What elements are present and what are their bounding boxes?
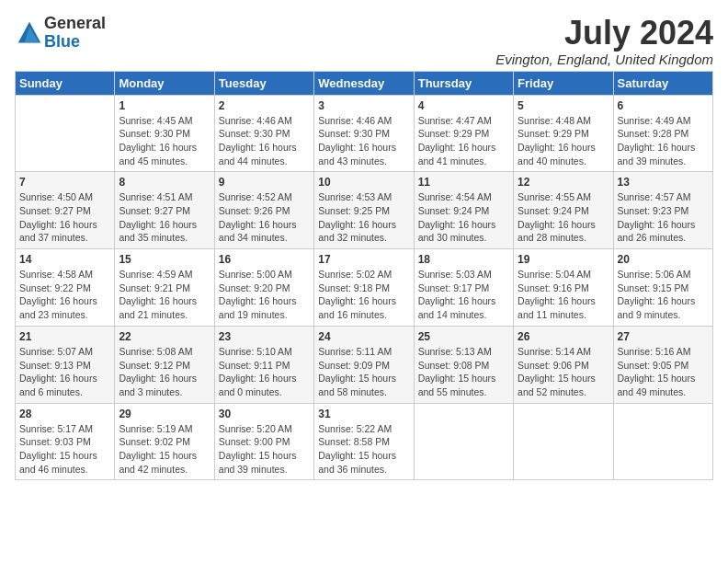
day-info: Sunrise: 4:54 AMSunset: 9:24 PMDaylight:…	[418, 190, 509, 245]
day-number: 1	[119, 99, 210, 112]
day-info: Sunrise: 5:16 AMSunset: 9:05 PMDaylight:…	[618, 345, 709, 399]
logo-general: General	[44, 15, 106, 33]
day-info: Sunrise: 5:17 AMSunset: 9:03 PMDaylight:…	[19, 422, 110, 477]
day-number: 3	[318, 99, 409, 112]
calendar-cell: 18Sunrise: 5:03 AMSunset: 9:17 PMDayligh…	[414, 249, 513, 327]
calendar-cell: 31Sunrise: 5:22 AMSunset: 8:58 PMDayligh…	[314, 403, 414, 480]
day-number: 28	[19, 408, 110, 420]
day-header-saturday: Saturday	[613, 71, 712, 95]
day-info: Sunrise: 5:13 AMSunset: 9:08 PMDaylight:…	[418, 345, 509, 399]
calendar-cell: 9Sunrise: 4:52 AMSunset: 9:26 PMDaylight…	[214, 172, 313, 249]
calendar-cell: 14Sunrise: 4:58 AMSunset: 9:22 PMDayligh…	[16, 249, 115, 327]
calendar-week-2: 7Sunrise: 4:50 AMSunset: 9:27 PMDaylight…	[16, 172, 713, 249]
day-number: 4	[418, 99, 509, 112]
calendar-cell: 16Sunrise: 5:00 AMSunset: 9:20 PMDayligh…	[214, 249, 313, 327]
calendar-cell: 17Sunrise: 5:02 AMSunset: 9:18 PMDayligh…	[314, 249, 414, 327]
day-number: 24	[318, 330, 409, 343]
calendar-body: 1Sunrise: 4:45 AMSunset: 9:30 PMDaylight…	[16, 95, 713, 480]
calendar-cell: 2Sunrise: 4:46 AMSunset: 9:30 PMDaylight…	[214, 95, 313, 172]
day-number: 27	[618, 330, 709, 343]
day-number: 22	[119, 330, 210, 343]
day-number: 20	[618, 253, 709, 266]
calendar-cell: 6Sunrise: 4:49 AMSunset: 9:28 PMDaylight…	[613, 95, 712, 172]
day-info: Sunrise: 5:20 AMSunset: 9:00 PMDaylight:…	[219, 422, 310, 477]
day-header-wednesday: Wednesday	[314, 71, 414, 95]
day-info: Sunrise: 4:46 AMSunset: 9:30 PMDaylight:…	[219, 114, 310, 168]
day-info: Sunrise: 5:19 AMSunset: 9:02 PMDaylight:…	[119, 422, 210, 477]
day-info: Sunrise: 5:08 AMSunset: 9:12 PMDaylight:…	[119, 345, 210, 399]
calendar-cell: 20Sunrise: 5:06 AMSunset: 9:15 PMDayligh…	[613, 249, 712, 327]
day-info: Sunrise: 4:58 AMSunset: 9:22 PMDaylight:…	[19, 268, 110, 322]
day-number: 26	[518, 330, 609, 343]
day-info: Sunrise: 4:52 AMSunset: 9:26 PMDaylight:…	[219, 190, 310, 245]
calendar-cell: 19Sunrise: 5:04 AMSunset: 9:16 PMDayligh…	[514, 249, 613, 327]
day-info: Sunrise: 5:03 AMSunset: 9:17 PMDaylight:…	[418, 268, 509, 322]
day-info: Sunrise: 4:50 AMSunset: 9:27 PMDaylight:…	[19, 190, 110, 245]
logo-icon	[17, 20, 42, 46]
day-info: Sunrise: 5:04 AMSunset: 9:16 PMDaylight:…	[518, 268, 609, 322]
day-info: Sunrise: 5:11 AMSunset: 9:09 PMDaylight:…	[318, 345, 409, 399]
calendar-cell: 26Sunrise: 5:14 AMSunset: 9:06 PMDayligh…	[514, 326, 613, 403]
day-number: 16	[219, 253, 310, 266]
calendar-cell: 4Sunrise: 4:47 AMSunset: 9:29 PMDaylight…	[414, 95, 513, 172]
calendar-cell: 28Sunrise: 5:17 AMSunset: 9:03 PMDayligh…	[16, 403, 115, 480]
day-info: Sunrise: 4:55 AMSunset: 9:24 PMDaylight:…	[518, 190, 609, 245]
calendar-week-5: 28Sunrise: 5:17 AMSunset: 9:03 PMDayligh…	[16, 403, 713, 480]
day-info: Sunrise: 5:02 AMSunset: 9:18 PMDaylight:…	[318, 268, 409, 322]
day-info: Sunrise: 4:49 AMSunset: 9:28 PMDaylight:…	[618, 114, 709, 168]
calendar-cell: 24Sunrise: 5:11 AMSunset: 9:09 PMDayligh…	[314, 326, 414, 403]
calendar-cell: 11Sunrise: 4:54 AMSunset: 9:24 PMDayligh…	[414, 172, 513, 249]
day-info: Sunrise: 5:14 AMSunset: 9:06 PMDaylight:…	[518, 345, 609, 399]
day-number: 5	[518, 99, 609, 112]
day-number: 12	[518, 176, 609, 189]
day-number: 13	[618, 176, 709, 189]
calendar-cell: 15Sunrise: 4:59 AMSunset: 9:21 PMDayligh…	[115, 249, 214, 327]
day-number: 31	[318, 408, 409, 420]
calendar-week-1: 1Sunrise: 4:45 AMSunset: 9:30 PMDaylight…	[16, 95, 713, 172]
day-info: Sunrise: 4:59 AMSunset: 9:21 PMDaylight:…	[119, 268, 210, 322]
calendar-cell: 3Sunrise: 4:46 AMSunset: 9:30 PMDaylight…	[314, 95, 414, 172]
day-info: Sunrise: 5:06 AMSunset: 9:15 PMDaylight:…	[618, 268, 709, 322]
calendar-cell: 13Sunrise: 4:57 AMSunset: 9:23 PMDayligh…	[613, 172, 712, 249]
calendar-cell: 1Sunrise: 4:45 AMSunset: 9:30 PMDaylight…	[115, 95, 214, 172]
day-number: 23	[219, 330, 310, 343]
day-number: 9	[219, 176, 310, 189]
title-block: July 2024 Evington, England, United King…	[495, 15, 713, 67]
calendar-cell	[613, 403, 712, 480]
calendar-cell: 22Sunrise: 5:08 AMSunset: 9:12 PMDayligh…	[115, 326, 214, 403]
logo-text: General Blue	[44, 15, 106, 52]
day-info: Sunrise: 4:47 AMSunset: 9:29 PMDaylight:…	[418, 114, 509, 168]
logo: General Blue	[15, 15, 106, 52]
day-info: Sunrise: 4:53 AMSunset: 9:25 PMDaylight:…	[318, 190, 409, 245]
day-info: Sunrise: 4:48 AMSunset: 9:29 PMDaylight:…	[518, 114, 609, 168]
month-year-title: July 2024	[495, 15, 713, 52]
calendar-cell: 29Sunrise: 5:19 AMSunset: 9:02 PMDayligh…	[115, 403, 214, 480]
calendar-cell: 7Sunrise: 4:50 AMSunset: 9:27 PMDaylight…	[16, 172, 115, 249]
calendar-cell: 27Sunrise: 5:16 AMSunset: 9:05 PMDayligh…	[613, 326, 712, 403]
calendar-cell: 30Sunrise: 5:20 AMSunset: 9:00 PMDayligh…	[214, 403, 313, 480]
day-header-friday: Friday	[514, 71, 613, 95]
day-number: 19	[518, 253, 609, 266]
day-number: 21	[19, 330, 110, 343]
day-info: Sunrise: 5:07 AMSunset: 9:13 PMDaylight:…	[19, 345, 110, 399]
day-info: Sunrise: 5:22 AMSunset: 8:58 PMDaylight:…	[318, 422, 409, 477]
day-number: 11	[418, 176, 509, 189]
day-info: Sunrise: 4:51 AMSunset: 9:27 PMDaylight:…	[119, 190, 210, 245]
day-number: 14	[19, 253, 110, 266]
calendar-cell	[16, 95, 115, 172]
day-header-monday: Monday	[115, 71, 214, 95]
day-number: 2	[219, 99, 310, 112]
calendar-table: SundayMondayTuesdayWednesdayThursdayFrid…	[15, 71, 713, 481]
day-number: 30	[219, 408, 310, 420]
calendar-week-4: 21Sunrise: 5:07 AMSunset: 9:13 PMDayligh…	[16, 326, 713, 403]
calendar-cell: 5Sunrise: 4:48 AMSunset: 9:29 PMDaylight…	[514, 95, 613, 172]
day-number: 18	[418, 253, 509, 266]
calendar-cell: 21Sunrise: 5:07 AMSunset: 9:13 PMDayligh…	[16, 326, 115, 403]
day-info: Sunrise: 5:00 AMSunset: 9:20 PMDaylight:…	[219, 268, 310, 322]
calendar-cell: 25Sunrise: 5:13 AMSunset: 9:08 PMDayligh…	[414, 326, 513, 403]
day-number: 29	[119, 408, 210, 420]
page-header: General Blue July 2024 Evington, England…	[15, 15, 713, 67]
location-subtitle: Evington, England, United Kingdom	[495, 52, 713, 67]
calendar-cell	[514, 403, 613, 480]
calendar-cell: 12Sunrise: 4:55 AMSunset: 9:24 PMDayligh…	[514, 172, 613, 249]
